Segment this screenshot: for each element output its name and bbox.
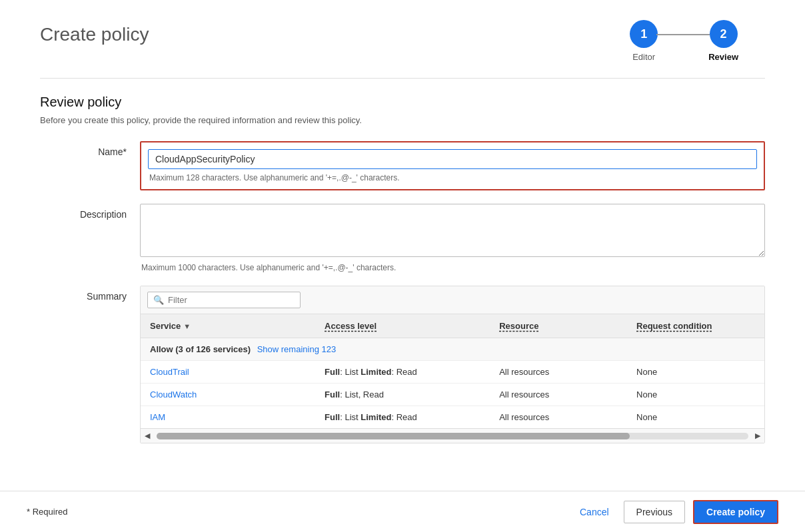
iam-link[interactable]: IAM [150,412,165,422]
access-cell-iam: Full: List Limited: Read [315,406,490,429]
footer: * Required Cancel Previous Create policy [0,491,805,532]
description-hint: Maximum 1000 characters. Use alphanumeri… [140,263,765,272]
service-cell-cloudwatch: CloudWatch [141,384,315,406]
service-cell-iam: IAM [141,406,315,429]
section-subtitle: Before you create this policy, provide t… [40,115,765,125]
step-1-circle: 1 [630,20,658,48]
service-cell-cloudtrail: CloudTrail [141,361,315,384]
summary-form-row: Summary 🔍 [40,286,765,443]
step-connector [656,34,710,35]
summary-label: Summary [40,286,140,302]
resource-cell-cloudwatch: All resources [490,384,627,406]
required-note: * Required [27,507,67,517]
col-header-access[interactable]: Access level [315,314,490,338]
sort-arrow-icon: ▼ [183,322,191,330]
description-form-row: Description Maximum 1000 characters. Use… [40,204,765,272]
col-header-service[interactable]: Service ▼ [141,314,315,338]
cloudwatch-link[interactable]: CloudWatch [150,390,197,399]
scroll-right-icon[interactable]: ▶ [751,430,764,441]
summary-table: Service ▼ Access level Resource Request … [141,314,764,428]
show-remaining-link[interactable]: Show remaining 123 [257,344,337,354]
col-header-resource[interactable]: Resource [490,314,627,338]
step-1-label: Editor [632,52,655,62]
table-row: IAM Full: List Limited: Read All resourc… [141,406,764,429]
step-2-label: Review [708,52,738,62]
summary-form-content: 🔍 Service ▼ [140,286,765,443]
resource-cell-cloudtrail: All resources [490,361,627,384]
footer-buttons: Cancel Previous Create policy [573,500,778,524]
step-1: 1 Editor [630,20,658,62]
allow-cell: Allow (3 of 126 services) Show remaining… [141,338,764,361]
condition-cell-iam: None [627,406,764,429]
stepper: 1 Editor 2 Review [630,20,738,62]
table-header-row: Service ▼ Access level Resource Request … [141,314,764,338]
horizontal-scrollbar[interactable]: ◀ ▶ [141,428,764,443]
step-2-circle: 2 [710,20,738,48]
step-2: 2 Review [708,20,738,62]
name-hint: Maximum 128 characters. Use alphanumeric… [148,173,757,182]
condition-cell-cloudwatch: None [627,384,764,406]
filter-input-wrapper[interactable]: 🔍 [147,292,301,308]
filter-row: 🔍 [141,286,764,314]
scrollbar-thumb [157,433,630,439]
description-label: Description [40,204,140,220]
previous-button[interactable]: Previous [624,501,685,523]
search-icon: 🔍 [153,295,164,305]
condition-cell-cloudtrail: None [627,361,764,384]
cloudtrail-link[interactable]: CloudTrail [150,367,189,377]
name-form-content: Maximum 128 characters. Use alphanumeric… [140,141,765,190]
col-header-condition[interactable]: Request condition [627,314,764,338]
scrollbar-track[interactable] [157,433,748,439]
name-form-row: Name* Maximum 128 characters. Use alphan… [40,141,765,190]
name-highlight-box: Maximum 128 characters. Use alphanumeric… [140,141,765,190]
allow-text: Allow (3 of 126 services) [150,344,251,354]
create-policy-button[interactable]: Create policy [693,500,778,524]
filter-input[interactable] [168,295,295,305]
access-cell-cloudtrail: Full: List Limited: Read [315,361,490,384]
allow-row: Allow (3 of 126 services) Show remaining… [141,338,764,361]
table-row: CloudWatch Full: List, Read All resource… [141,384,764,406]
scroll-left-icon[interactable]: ◀ [141,430,154,441]
table-row: CloudTrail Full: List Limited: Read All … [141,361,764,384]
resource-cell-iam: All resources [490,406,627,429]
cancel-button[interactable]: Cancel [573,503,616,521]
header-divider [40,78,765,79]
section-title: Review policy [40,95,765,110]
description-form-content: Maximum 1000 characters. Use alphanumeri… [140,204,765,272]
description-textarea[interactable] [140,204,765,257]
page-title: Create policy [40,24,149,45]
access-cell-cloudwatch: Full: List, Read [315,384,490,406]
summary-table-wrapper: 🔍 Service ▼ [140,286,765,443]
name-input[interactable] [148,149,757,169]
name-label: Name* [40,141,140,157]
